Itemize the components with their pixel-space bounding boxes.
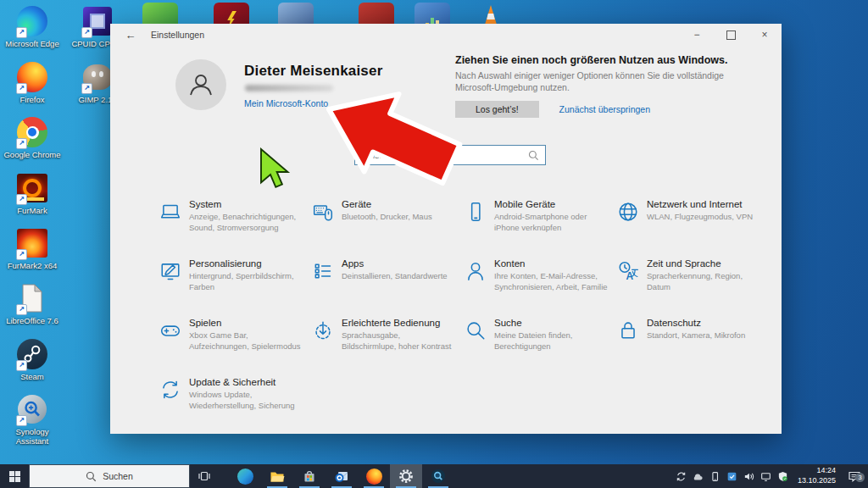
task-view-icon <box>198 469 211 483</box>
taskbar-settings[interactable] <box>390 464 422 488</box>
lets-go-button[interactable]: Los geht’s! <box>455 101 539 118</box>
person-icon <box>186 69 216 100</box>
file-explorer-icon <box>270 469 285 484</box>
outlook-icon <box>334 469 349 484</box>
start-button[interactable] <box>0 464 29 488</box>
microsoft-store-icon <box>302 469 317 484</box>
taskbar-synology-assistant[interactable] <box>422 464 454 488</box>
taskbar-file-explorer[interactable] <box>261 464 293 488</box>
tile-subtitle: Anzeige, Benachrichtigungen, Sound, Stro… <box>189 212 304 233</box>
windows-logo-icon <box>8 470 21 483</box>
desktop-icon-synology-assistant[interactable]: ↗ Synology Assistant <box>0 393 64 446</box>
desktop-icon-label: Synology Assistant <box>0 428 64 446</box>
tile-subtitle: Xbox Game Bar, Aufzeichnungen, Spielermo… <box>189 330 304 352</box>
tile-title: Datenschutz <box>647 318 762 328</box>
back-arrow-icon: ← <box>125 29 136 42</box>
shortcut-arrow-icon: ↗ <box>16 415 27 426</box>
taskbar-firefox[interactable] <box>358 464 390 488</box>
desktop-icon-libreoffice[interactable]: ↗ LibreOffice 7.6 <box>0 282 64 326</box>
tile-system[interactable]: SystemAnzeige, Benachrichtigungen, Sound… <box>159 199 314 233</box>
close-icon: × <box>761 29 767 41</box>
tile-network[interactable]: Netzwerk und InternetWLAN, Flugzeugmodus… <box>617 199 771 223</box>
tile-ease-of-access[interactable]: Erleichterte BedienungSprachausgabe, Bil… <box>312 318 466 352</box>
desktop: ↗ Microsoft Edge ↗ Firefox ↗ Google Chro… <box>0 0 868 488</box>
tile-time-language[interactable]: A Zeit und SpracheSpracherkennung, Regio… <box>617 258 771 292</box>
tile-subtitle: Spracherkennung, Region, Datum <box>647 271 762 292</box>
desktop-icon-edge[interactable]: ↗ Microsoft Edge <box>0 5 64 49</box>
action-center-button[interactable]: 3 <box>844 470 865 483</box>
tile-gaming[interactable]: SpielenXbox Game Bar, Aufzeichnungen, Sp… <box>159 318 314 352</box>
tile-accounts[interactable]: KontenIhre Konten, E-Mail-Adresse, Synch… <box>465 258 619 292</box>
tray-sync-icon[interactable] <box>675 471 687 482</box>
settings-window: ← Einstellungen − × Dieter Meisenkaiser … <box>110 24 782 434</box>
tile-apps[interactable]: AppsDeinstallieren, Standardwerte <box>312 258 466 282</box>
close-button[interactable]: × <box>748 24 782 46</box>
desktop-icon-steam[interactable]: ↗ Steam <box>0 338 64 382</box>
apps-list-icon <box>312 260 334 282</box>
tile-update-security[interactable]: Update & SicherheitWindows Update, Wiede… <box>159 377 314 411</box>
tile-subtitle: Bluetooth, Drucker, Maus <box>342 212 457 223</box>
update-sync-icon <box>159 379 181 401</box>
tile-title: Geräte <box>342 199 457 209</box>
tile-title: System <box>189 199 304 209</box>
tray-app-blue-icon[interactable] <box>726 471 738 482</box>
user-name: Dieter Meisenkaiser <box>244 63 383 80</box>
tray-network-display-icon[interactable] <box>760 471 772 482</box>
skip-link[interactable]: Zunächst überspringen <box>559 104 650 114</box>
tile-title: Suche <box>494 318 609 328</box>
tray-onedrive-icon[interactable] <box>692 472 704 481</box>
tile-title: Mobile Geräte <box>494 199 609 209</box>
tile-personalization[interactable]: PersonalisierungHintergrund, Sperrbildsc… <box>159 258 314 292</box>
shortcut-arrow-icon: ↗ <box>16 194 27 205</box>
taskbar-edge[interactable] <box>229 464 261 488</box>
desktop-icon-furmark2[interactable]: ↗ FurMark2 x64 <box>0 227 64 271</box>
tile-subtitle: Ihre Konten, E-Mail-Adresse, Synchronisi… <box>494 271 609 292</box>
notification-badge: 3 <box>855 473 865 482</box>
accounts-person-icon <box>465 260 487 282</box>
shortcut-arrow-icon: ↗ <box>16 360 27 371</box>
network-globe-icon <box>617 201 639 223</box>
desktop-icon-label: Steam <box>0 373 64 382</box>
minimize-button[interactable]: − <box>680 24 714 46</box>
search-icon <box>528 150 539 161</box>
firefox-icon <box>366 469 382 485</box>
tile-privacy[interactable]: DatenschutzStandort, Kamera, Mikrofon <box>617 318 771 341</box>
tile-subtitle: Hintergrund, Sperrbildschirm, Farben <box>189 271 304 292</box>
settings-search-box[interactable] <box>354 145 546 165</box>
desktop-icon-chrome[interactable]: ↗ Google Chrome <box>0 116 64 160</box>
taskbar-store[interactable] <box>293 464 326 488</box>
shortcut-arrow-icon: ↗ <box>81 27 92 38</box>
tray-defender-icon[interactable] <box>776 471 789 482</box>
taskbar-clock[interactable]: 14:24 13.10.2025 <box>798 466 836 485</box>
desktop-icon-label: FurMark2 x64 <box>0 262 64 271</box>
back-button[interactable]: ← <box>117 24 144 46</box>
tile-subtitle: Meine Dateien finden, Berechtigungen <box>494 330 609 352</box>
tile-search[interactable]: SucheMeine Dateien finden, Berechtigunge… <box>465 318 619 352</box>
personalization-icon <box>159 260 181 282</box>
task-view-button[interactable] <box>190 464 219 488</box>
desktop-icon-firefox[interactable]: ↗ Firefox <box>0 61 64 105</box>
tile-devices[interactable]: GeräteBluetooth, Drucker, Maus <box>312 199 466 223</box>
tile-title: Personalisierung <box>189 258 304 269</box>
tile-mobile-devices[interactable]: Mobile GeräteAndroid-Smartphone oder iPh… <box>465 199 619 233</box>
maximize-button[interactable] <box>714 24 748 46</box>
desktop-icon-label: Microsoft Edge <box>0 40 64 49</box>
microsoft-account-link[interactable]: Mein Microsoft-Konto <box>244 98 328 108</box>
synology-assistant-icon <box>431 469 446 484</box>
desktop-icon-furmark[interactable]: ↗ FurMark <box>0 172 64 216</box>
tray-phone-icon[interactable] <box>709 471 721 482</box>
taskbar-outlook[interactable] <box>326 464 358 488</box>
time-language-icon: A <box>617 260 639 282</box>
shortcut-arrow-icon: ↗ <box>16 83 27 94</box>
ease-of-access-icon <box>312 319 334 341</box>
tile-subtitle: Standort, Kamera, Mikrofon <box>647 330 762 341</box>
search-magnifier-icon <box>465 319 487 341</box>
devices-icon <box>312 201 334 223</box>
tile-title: Zeit und Sprache <box>647 258 762 269</box>
edge-icon <box>237 469 253 485</box>
tile-subtitle: Deinstallieren, Standardwerte <box>342 271 457 282</box>
taskbar-search-box[interactable]: Suchen <box>29 464 190 488</box>
settings-search-input[interactable] <box>355 150 528 160</box>
shortcut-arrow-icon: ↗ <box>16 249 27 260</box>
tray-volume-icon[interactable] <box>743 471 755 482</box>
